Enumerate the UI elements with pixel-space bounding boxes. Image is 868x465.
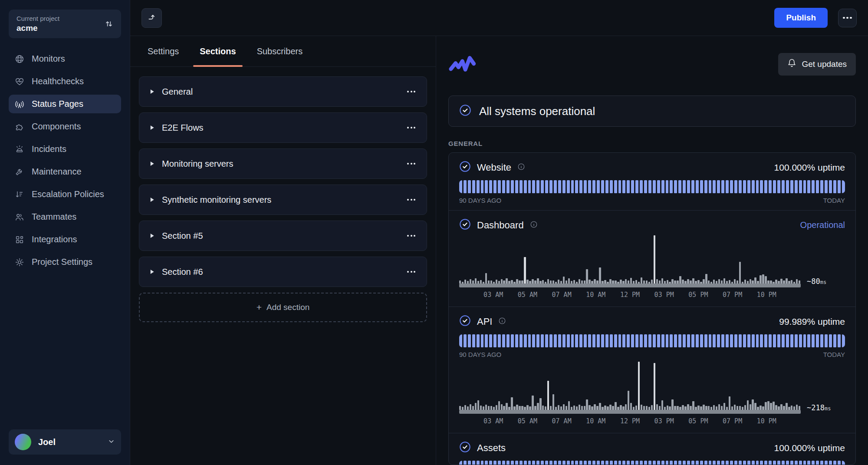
sections-list: GeneralE2E FlowsMonitoring serversSynthe… <box>130 67 436 332</box>
info-icon[interactable] <box>530 221 538 230</box>
service-row-assets: Assets100.000% uptime90 DAYS AGOTODAY <box>449 433 855 465</box>
sidebar-item-label: Status Pages <box>32 99 83 109</box>
info-icon[interactable] <box>517 163 525 172</box>
axis-tick-label: 03 AM <box>483 417 503 425</box>
avg-response-label: ~218ms <box>807 403 845 414</box>
sidebar-item-label: Components <box>32 122 81 132</box>
section-row[interactable]: Section #6 <box>139 257 427 287</box>
more-options-button[interactable] <box>838 9 857 27</box>
wrench-icon <box>15 167 24 177</box>
status-page-preview: Get updates All systems operational GENE… <box>436 36 868 465</box>
axis-tick-label: 12 PM <box>620 291 640 299</box>
axis-tick-label: 10 PM <box>757 417 776 425</box>
gear-icon <box>15 257 24 267</box>
return-up-arrow-icon <box>147 13 156 23</box>
globe-icon <box>15 54 24 64</box>
status-page-logo <box>448 51 477 77</box>
section-label: Monitoring servers <box>162 159 399 169</box>
sidebar-item-label: Healthchecks <box>32 76 84 86</box>
legend-left: 90 DAYS AGO <box>459 351 501 358</box>
grid-icon <box>15 235 24 244</box>
project-selector[interactable]: Current project acme <box>9 10 121 38</box>
caret-right-icon[interactable] <box>150 197 155 203</box>
sort-desc-icon <box>15 190 24 199</box>
project-name: acme <box>16 23 59 33</box>
axis-tick-label: 12 PM <box>620 417 640 425</box>
section-label: General <box>162 87 399 97</box>
sidebar-item-status-pages[interactable]: Status Pages <box>9 95 121 113</box>
caret-right-icon[interactable] <box>150 233 155 239</box>
plus-icon: + <box>256 302 262 313</box>
section-menu-button[interactable] <box>406 88 416 95</box>
uptime-bar-chart <box>459 334 845 347</box>
sidebar-item-monitors[interactable]: Monitors <box>9 49 121 68</box>
caret-right-icon[interactable] <box>150 125 155 131</box>
sidebar-nav: MonitorsHealthchecksStatus PagesComponen… <box>0 49 130 429</box>
axis-tick-label: 07 PM <box>723 417 742 425</box>
section-row[interactable]: Monitoring servers <box>139 148 427 179</box>
section-menu-button[interactable] <box>406 232 416 239</box>
service-row-api: API99.989% uptime90 DAYS AGOTODAY~218ms0… <box>449 307 855 433</box>
section-row[interactable]: General <box>139 76 427 107</box>
section-row[interactable]: Section #5 <box>139 221 427 251</box>
tab-sections[interactable]: Sections <box>200 36 236 66</box>
uptime-legend: 90 DAYS AGOTODAY <box>459 197 845 204</box>
check-circle-icon <box>459 104 471 118</box>
section-menu-button[interactable] <box>406 124 416 131</box>
add-section-button[interactable]: +Add section <box>139 293 427 322</box>
sidebar-item-label: Teammates <box>32 212 76 222</box>
topbar: Publish <box>130 0 868 36</box>
chevron-down-icon <box>108 438 115 447</box>
caret-right-icon[interactable] <box>150 269 155 275</box>
get-updates-label: Get updates <box>802 59 847 69</box>
project-selector-label: Current project <box>16 15 59 22</box>
section-menu-button[interactable] <box>406 268 416 275</box>
siren-icon <box>15 145 24 154</box>
radio-tower-icon <box>15 99 24 109</box>
sidebar-item-healthchecks[interactable]: Healthchecks <box>9 72 121 91</box>
uptime-bar-chart <box>459 180 845 193</box>
sidebar-item-teammates[interactable]: Teammates <box>9 208 121 226</box>
chart-x-axis: 03 AM05 AM07 AM10 AM12 PM03 PM05 PM07 PM… <box>459 291 801 300</box>
caret-right-icon[interactable] <box>150 89 155 95</box>
tab-subscribers[interactable]: Subscribers <box>257 36 303 66</box>
sidebar-item-components[interactable]: Components <box>9 117 121 136</box>
sidebar-item-label: Maintenance <box>32 167 82 177</box>
services-group-card: Website100.000% uptime90 DAYS AGOTODAYDa… <box>448 152 856 465</box>
axis-tick-label: 10 PM <box>757 291 776 299</box>
avatar <box>15 434 31 450</box>
section-label: Section #6 <box>162 267 399 277</box>
sidebar-item-label: Monitors <box>32 54 65 64</box>
axis-tick-label: 07 AM <box>552 291 572 299</box>
sidebar-item-incidents[interactable]: Incidents <box>9 140 121 158</box>
section-row[interactable]: E2E Flows <box>139 112 427 143</box>
caret-right-icon[interactable] <box>150 161 155 167</box>
tab-bar: SettingsSectionsSubscribers <box>130 36 436 67</box>
service-row-dashboard: DashboardOperational~80ms03 AM05 AM07 AM… <box>449 210 855 307</box>
puzzle-icon <box>15 122 24 132</box>
sidebar-item-project-settings[interactable]: Project Settings <box>9 253 121 271</box>
workspace: Publish SettingsSectionsSubscribers Gene… <box>130 0 868 465</box>
banner-text: All systems operational <box>479 105 595 118</box>
get-updates-button[interactable]: Get updates <box>778 53 856 76</box>
section-row[interactable]: Synthetic monitoring servers <box>139 185 427 215</box>
section-menu-button[interactable] <box>406 160 416 167</box>
service-name: API <box>477 316 492 327</box>
service-name: Website <box>477 162 511 173</box>
avg-response-label: ~80ms <box>807 277 845 287</box>
sidebar-item-escalation-policies[interactable]: Escalation Policies <box>9 185 121 204</box>
user-menu[interactable]: Joel <box>9 429 121 455</box>
sidebar-item-label: Incidents <box>32 144 66 154</box>
service-name: Assets <box>477 442 506 454</box>
tab-settings[interactable]: Settings <box>148 36 179 66</box>
sidebar-item-integrations[interactable]: Integrations <box>9 230 121 249</box>
sidebar-item-label: Integrations <box>32 234 77 244</box>
back-button[interactable] <box>141 8 162 28</box>
response-time-chart <box>459 234 801 287</box>
publish-button[interactable]: Publish <box>774 8 828 28</box>
axis-tick-label: 05 AM <box>518 417 537 425</box>
chart-x-axis: 03 AM05 AM07 AM10 AM12 PM03 PM05 PM07 PM… <box>459 417 801 427</box>
sidebar-item-maintenance[interactable]: Maintenance <box>9 162 121 181</box>
info-icon[interactable] <box>498 317 506 326</box>
section-menu-button[interactable] <box>406 196 416 203</box>
